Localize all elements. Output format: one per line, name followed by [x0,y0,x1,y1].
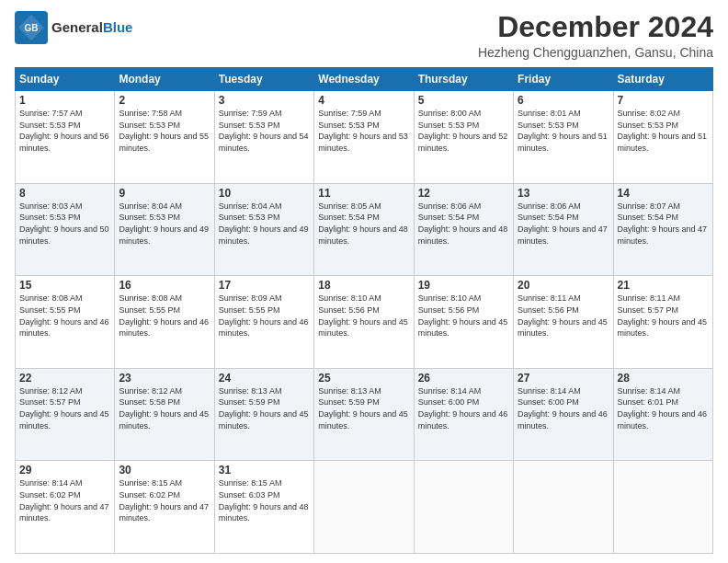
calendar-day-cell: 20Sunrise: 8:11 AMSunset: 5:56 PMDayligh… [514,276,613,369]
day-number: 23 [119,372,210,385]
calendar-day-cell: 17Sunrise: 8:09 AMSunset: 5:55 PMDayligh… [214,276,313,369]
day-info: Sunrise: 7:59 AMSunset: 5:53 PMDaylight:… [318,108,409,154]
day-number: 13 [518,187,609,200]
day-number: 26 [418,372,509,385]
calendar-day-cell [613,461,712,554]
day-number: 11 [318,187,409,200]
logo-general: General [51,19,103,35]
day-info: Sunrise: 8:09 AMSunset: 5:55 PMDaylight:… [219,293,310,339]
day-number: 8 [19,187,110,200]
day-info: Sunrise: 8:13 AMSunset: 5:59 PMDaylight:… [318,385,409,431]
calendar-day-cell: 4Sunrise: 7:59 AMSunset: 5:53 PMDaylight… [314,91,414,184]
calendar-day-cell: 25Sunrise: 8:13 AMSunset: 5:59 PMDayligh… [314,368,414,461]
calendar-day-cell: 9Sunrise: 8:04 AMSunset: 5:53 PMDaylight… [115,183,214,276]
day-of-week-header: Sunday [16,68,115,91]
page: GB GeneralBlue December 2024 Hezheng Che… [0,0,728,563]
calendar-day-cell: 28Sunrise: 8:14 AMSunset: 6:01 PMDayligh… [613,368,712,461]
day-number: 16 [119,279,210,292]
day-info: Sunrise: 7:59 AMSunset: 5:53 PMDaylight:… [219,108,310,154]
day-number: 25 [318,372,409,385]
day-info: Sunrise: 8:07 AMSunset: 5:54 PMDaylight:… [618,201,709,247]
calendar-day-cell: 27Sunrise: 8:14 AMSunset: 6:00 PMDayligh… [514,368,613,461]
day-number: 17 [219,279,310,292]
day-of-week-header: Friday [514,68,613,91]
logo-text: GeneralBlue [51,20,132,36]
day-number: 10 [219,187,310,200]
day-number: 3 [219,94,310,107]
day-info: Sunrise: 8:03 AMSunset: 5:53 PMDaylight:… [19,201,110,247]
calendar-day-cell: 5Sunrise: 8:00 AMSunset: 5:53 PMDaylight… [414,91,513,184]
day-number: 12 [418,187,509,200]
location: Hezheng Chengguanzhen, Gansu, China [478,45,713,60]
calendar-day-cell: 21Sunrise: 8:11 AMSunset: 5:57 PMDayligh… [613,276,712,369]
day-info: Sunrise: 8:15 AMSunset: 6:03 PMDaylight:… [219,477,310,523]
day-info: Sunrise: 8:15 AMSunset: 6:02 PMDaylight:… [119,477,210,523]
calendar-day-cell: 2Sunrise: 7:58 AMSunset: 5:53 PMDaylight… [115,91,214,184]
calendar-week-row: 8Sunrise: 8:03 AMSunset: 5:53 PMDaylight… [16,183,713,276]
day-number: 9 [119,187,210,200]
calendar-day-cell: 1Sunrise: 7:57 AMSunset: 5:53 PMDaylight… [16,91,115,184]
calendar-week-row: 22Sunrise: 8:12 AMSunset: 5:57 PMDayligh… [16,368,713,461]
day-number: 30 [119,464,210,477]
day-number: 18 [318,279,409,292]
day-info: Sunrise: 8:14 AMSunset: 6:02 PMDaylight:… [19,477,110,523]
calendar-day-cell: 10Sunrise: 8:04 AMSunset: 5:53 PMDayligh… [214,183,313,276]
day-number: 29 [19,464,110,477]
day-info: Sunrise: 8:05 AMSunset: 5:54 PMDaylight:… [318,201,409,247]
calendar-day-cell: 22Sunrise: 8:12 AMSunset: 5:57 PMDayligh… [16,368,115,461]
day-number: 5 [418,94,509,107]
day-info: Sunrise: 8:12 AMSunset: 5:58 PMDaylight:… [119,385,210,431]
day-of-week-header: Thursday [414,68,513,91]
calendar-day-cell: 24Sunrise: 8:13 AMSunset: 5:59 PMDayligh… [214,368,313,461]
calendar-week-row: 1Sunrise: 7:57 AMSunset: 5:53 PMDaylight… [16,91,713,184]
calendar-day-cell: 16Sunrise: 8:08 AMSunset: 5:55 PMDayligh… [115,276,214,369]
calendar-table: SundayMondayTuesdayWednesdayThursdayFrid… [15,67,713,554]
day-number: 14 [618,187,709,200]
calendar-day-cell [314,461,414,554]
day-number: 24 [219,372,310,385]
day-number: 2 [119,94,210,107]
day-info: Sunrise: 8:04 AMSunset: 5:53 PMDaylight:… [219,201,310,247]
title-block: December 2024 Hezheng Chengguanzhen, Gan… [478,11,713,60]
day-number: 21 [618,279,709,292]
day-number: 15 [19,279,110,292]
day-info: Sunrise: 8:08 AMSunset: 5:55 PMDaylight:… [119,293,210,339]
day-info: Sunrise: 8:14 AMSunset: 6:00 PMDaylight:… [418,385,509,431]
day-info: Sunrise: 8:14 AMSunset: 6:01 PMDaylight:… [618,385,709,431]
day-info: Sunrise: 8:01 AMSunset: 5:53 PMDaylight:… [518,108,609,154]
day-info: Sunrise: 8:06 AMSunset: 5:54 PMDaylight:… [418,201,509,247]
calendar-day-cell [514,461,613,554]
day-number: 20 [518,279,609,292]
day-number: 27 [518,372,609,385]
calendar-week-row: 29Sunrise: 8:14 AMSunset: 6:02 PMDayligh… [16,461,713,554]
day-info: Sunrise: 8:02 AMSunset: 5:53 PMDaylight:… [618,108,709,154]
day-info: Sunrise: 8:10 AMSunset: 5:56 PMDaylight:… [318,293,409,339]
calendar-day-cell: 8Sunrise: 8:03 AMSunset: 5:53 PMDaylight… [16,183,115,276]
logo: GB GeneralBlue [15,11,132,44]
calendar-day-cell [414,461,513,554]
day-info: Sunrise: 8:12 AMSunset: 5:57 PMDaylight:… [19,385,110,431]
calendar-header-row: SundayMondayTuesdayWednesdayThursdayFrid… [16,68,713,91]
day-of-week-header: Monday [115,68,214,91]
day-info: Sunrise: 8:14 AMSunset: 6:00 PMDaylight:… [518,385,609,431]
day-of-week-header: Tuesday [214,68,313,91]
day-of-week-header: Saturday [613,68,712,91]
day-number: 31 [219,464,310,477]
day-info: Sunrise: 8:06 AMSunset: 5:54 PMDaylight:… [518,201,609,247]
calendar-day-cell: 14Sunrise: 8:07 AMSunset: 5:54 PMDayligh… [613,183,712,276]
calendar-day-cell: 30Sunrise: 8:15 AMSunset: 6:02 PMDayligh… [115,461,214,554]
calendar-day-cell: 26Sunrise: 8:14 AMSunset: 6:00 PMDayligh… [414,368,513,461]
day-info: Sunrise: 8:11 AMSunset: 5:57 PMDaylight:… [618,293,709,339]
calendar-day-cell: 18Sunrise: 8:10 AMSunset: 5:56 PMDayligh… [314,276,414,369]
calendar-day-cell: 31Sunrise: 8:15 AMSunset: 6:03 PMDayligh… [214,461,313,554]
logo-icon: GB [15,11,48,44]
day-info: Sunrise: 8:04 AMSunset: 5:53 PMDaylight:… [119,201,210,247]
day-info: Sunrise: 8:11 AMSunset: 5:56 PMDaylight:… [518,293,609,339]
calendar-day-cell: 3Sunrise: 7:59 AMSunset: 5:53 PMDaylight… [214,91,313,184]
day-number: 6 [518,94,609,107]
calendar-day-cell: 13Sunrise: 8:06 AMSunset: 5:54 PMDayligh… [514,183,613,276]
calendar-day-cell: 12Sunrise: 8:06 AMSunset: 5:54 PMDayligh… [414,183,513,276]
calendar-day-cell: 23Sunrise: 8:12 AMSunset: 5:58 PMDayligh… [115,368,214,461]
day-number: 22 [19,372,110,385]
day-info: Sunrise: 8:08 AMSunset: 5:55 PMDaylight:… [19,293,110,339]
